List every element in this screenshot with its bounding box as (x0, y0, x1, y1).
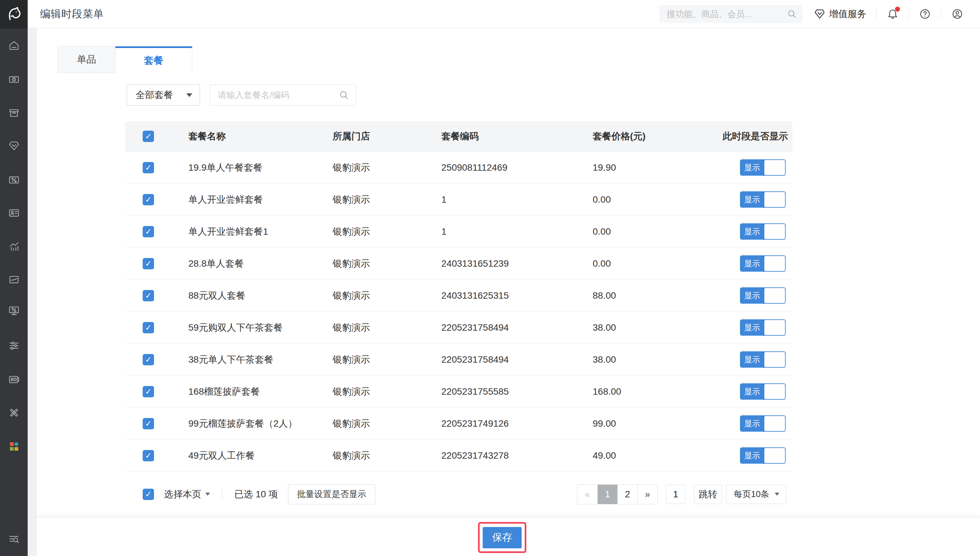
sidebar-item-marketing-icon[interactable] (8, 407, 20, 419)
row-checkbox[interactable]: ✓ (143, 322, 154, 333)
row-checkbox[interactable]: ✓ (143, 290, 154, 301)
save-bar: 保存 (37, 517, 980, 556)
store-name: 银豹演示 (333, 225, 441, 238)
row-checkbox[interactable]: ✓ (143, 226, 154, 238)
global-search[interactable] (659, 5, 802, 23)
prev-page-button[interactable]: « (577, 485, 597, 504)
toggle-knob (764, 191, 786, 208)
row-checkbox[interactable]: ✓ (143, 258, 154, 269)
filter-bar: 全部套餐 (127, 84, 356, 106)
annotation-highlight-box: 保存 (478, 522, 526, 553)
table-row: ✓单人开业尝鲜套餐银豹演示10.00显示 (125, 184, 792, 216)
table-row: ✓168榴莲披萨套餐银豹演示2205231755585168.00显示 (125, 376, 792, 408)
page-button-2[interactable]: 2 (617, 485, 637, 504)
select-page-checkbox[interactable]: ✓ (143, 489, 154, 500)
sidebar-item-settings-icon[interactable] (8, 339, 20, 352)
page-button-1[interactable]: 1 (597, 485, 617, 504)
col-header-code: 套餐编码 (441, 130, 593, 143)
package-name: 28.8单人套餐 (188, 257, 333, 270)
table-row: ✓38元单人下午茶套餐银豹演示220523175849438.00显示 (125, 344, 792, 376)
sidebar-item-statistics-icon[interactable] (8, 240, 20, 252)
topbar: 编辑时段菜单 增值服务 (27, 0, 980, 28)
display-toggle[interactable]: 显示 (740, 319, 786, 336)
sidebar-item-membership-icon[interactable] (8, 140, 20, 152)
sidebar-item-home-icon[interactable] (8, 40, 20, 52)
package-price: 88.00 (593, 290, 723, 301)
display-toggle[interactable]: 显示 (740, 255, 786, 272)
package-price: 0.00 (593, 226, 723, 237)
sidebar-item-cash-icon[interactable]: ¥ (8, 73, 20, 85)
package-code: 2205231749126 (441, 418, 593, 429)
display-toggle[interactable]: 显示 (740, 383, 786, 400)
row-checkbox[interactable]: ✓ (143, 450, 154, 461)
display-toggle[interactable]: 显示 (740, 159, 786, 176)
col-header-store: 所属门店 (333, 130, 441, 143)
table-row: ✓49元双人工作餐银豹演示220523174327849.00显示 (125, 440, 792, 472)
package-price: 19.90 (593, 162, 723, 173)
next-page-button[interactable]: » (637, 485, 657, 504)
package-code: 2205231743278 (441, 450, 593, 461)
package-search-input[interactable] (218, 90, 339, 100)
tab-bar: 单品 套餐 (58, 46, 192, 73)
display-toggle[interactable]: 显示 (740, 351, 786, 368)
panther-logo-icon[interactable] (0, 0, 27, 28)
package-code: 1 (441, 194, 593, 205)
package-name: 59元购双人下午茶套餐 (188, 321, 333, 334)
package-price: 0.00 (593, 194, 723, 205)
package-price: 49.00 (593, 450, 723, 461)
toggle-knob (764, 383, 786, 400)
global-search-input[interactable] (667, 9, 787, 19)
row-checkbox[interactable]: ✓ (143, 386, 154, 397)
row-checkbox[interactable]: ✓ (143, 194, 154, 205)
package-code: 2403131625315 (441, 290, 593, 301)
table-row: ✓99元榴莲披萨套餐（2人）银豹演示220523174912699.00显示 (125, 408, 792, 440)
col-header-display: 此时段是否显示 (723, 130, 792, 143)
display-toggle[interactable]: 显示 (740, 287, 786, 304)
row-checkbox[interactable]: ✓ (143, 162, 154, 173)
row-checkbox[interactable]: ✓ (143, 354, 154, 365)
bell-icon[interactable] (887, 8, 899, 20)
account-icon[interactable] (951, 8, 963, 20)
package-price: 99.00 (593, 418, 723, 429)
batch-display-button[interactable]: 批量设置是否显示 (288, 484, 375, 504)
display-toggle[interactable]: 显示 (740, 415, 786, 432)
jump-page-input[interactable] (666, 485, 685, 504)
tab-single-item[interactable]: 单品 (58, 46, 115, 73)
sidebar-item-apps-icon[interactable] (8, 440, 20, 453)
store-name: 银豹演示 (333, 353, 441, 366)
pager: « 1 2 » (577, 484, 658, 504)
chevron-down-icon[interactable] (205, 493, 210, 496)
sidebar-item-products-icon[interactable] (8, 107, 20, 119)
sidebar-item-screen-ads-icon[interactable] (8, 305, 20, 317)
toggle-knob (764, 447, 786, 464)
chevron-down-icon (186, 93, 192, 97)
col-header-name: 套餐名称 (188, 130, 333, 143)
svg-text:¥: ¥ (13, 78, 15, 81)
value-added-services[interactable]: 增值服务 (814, 8, 866, 20)
page-size-dropdown[interactable]: 每页10条 (726, 485, 786, 504)
jump-button[interactable]: 跳转 (694, 485, 722, 504)
sidebar-item-report-icon[interactable] (8, 273, 20, 285)
sidebar-item-coupon-icon[interactable] (8, 173, 20, 185)
tab-package[interactable]: 套餐 (115, 46, 192, 73)
page-title: 编辑时段菜单 (40, 7, 104, 21)
sidebar-item-staff-icon[interactable] (8, 207, 20, 219)
row-checkbox[interactable]: ✓ (143, 418, 154, 429)
save-button[interactable]: 保存 (483, 527, 521, 548)
help-icon[interactable] (919, 8, 931, 20)
table-row: ✓59元购双人下午茶套餐银豹演示220523175849438.00显示 (125, 312, 792, 344)
toggle-knob (764, 415, 786, 432)
display-toggle[interactable]: 显示 (740, 447, 786, 464)
topbar-divider (941, 9, 941, 19)
display-toggle[interactable]: 显示 (740, 191, 786, 208)
select-all-checkbox[interactable]: ✓ (143, 131, 154, 142)
display-toggle[interactable]: 显示 (740, 223, 786, 240)
sidebar-item-menu-search-icon[interactable] (8, 533, 20, 545)
package-search[interactable] (210, 84, 356, 106)
package-category-dropdown[interactable]: 全部套餐 (127, 84, 200, 106)
sidebar-item-cashbox-icon[interactable] (8, 373, 20, 385)
select-page-label[interactable]: 选择本页 (164, 488, 201, 501)
package-name: 单人开业尝鲜套餐1 (188, 225, 333, 238)
store-name: 银豹演示 (333, 257, 441, 270)
toggle-knob (764, 351, 786, 368)
